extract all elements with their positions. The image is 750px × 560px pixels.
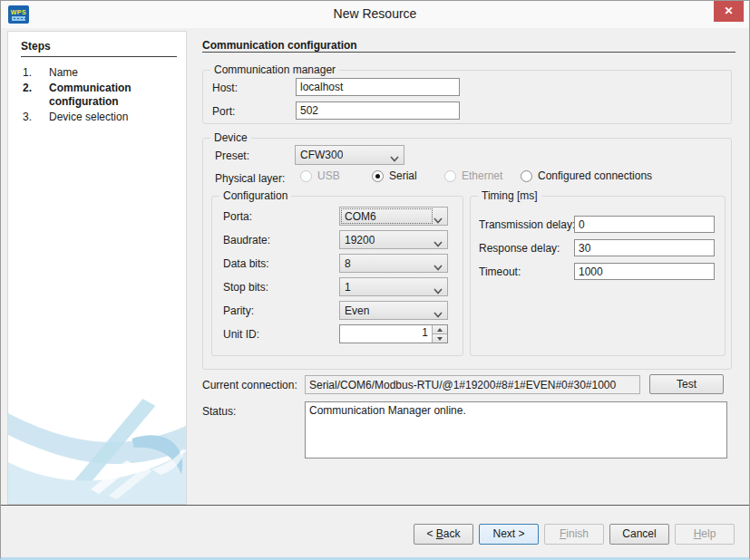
- radio-circle-icon: [444, 170, 456, 182]
- chevron-down-icon: [433, 214, 443, 220]
- data-bits-label: Data bits:: [223, 257, 269, 270]
- titlebar[interactable]: WPS New Resource: [1, 1, 749, 28]
- radio-label: USB: [317, 169, 340, 182]
- radio-circle-icon: [372, 170, 384, 182]
- chevron-down-icon: [433, 237, 443, 244]
- group-label: Communication manager: [210, 63, 339, 76]
- stop-bits-select[interactable]: 1: [339, 277, 448, 296]
- steps-panel: Steps 1. Name 2. Communication configura…: [7, 31, 187, 505]
- finish-button: Finish: [544, 524, 604, 545]
- port-label: Port:: [212, 105, 235, 118]
- response-delay-label: Response delay:: [479, 242, 560, 255]
- stop-bits-label: Stop bits:: [223, 281, 268, 294]
- parity-label: Parity:: [223, 304, 254, 317]
- host-label: Host:: [212, 82, 238, 94]
- porta-value: COM6: [345, 210, 376, 223]
- radio-label: Ethernet: [462, 169, 502, 182]
- chevron-down-icon: [390, 152, 399, 159]
- step-number: 1.: [23, 66, 49, 80]
- back-button[interactable]: < Back: [414, 524, 473, 545]
- step-item-name: 1. Name: [8, 65, 186, 81]
- step-item-device-selection: 3. Device selection: [8, 110, 186, 125]
- timeout-input[interactable]: [574, 263, 715, 280]
- radio-serial[interactable]: Serial: [372, 169, 417, 182]
- porta-label: Porta:: [223, 210, 252, 223]
- footer-divider: [1, 505, 749, 506]
- radio-ethernet: Ethernet: [444, 169, 502, 182]
- physical-layer-label: Physical layer:: [215, 172, 285, 185]
- preset-value: CFW300: [300, 149, 343, 161]
- radio-circle-icon: [300, 170, 312, 182]
- unit-id-label: Unit ID:: [223, 328, 259, 341]
- transmission-delay-input[interactable]: [574, 216, 715, 233]
- close-button[interactable]: ✕: [714, 1, 744, 22]
- step-label: Device selection: [49, 111, 128, 124]
- response-delay-input[interactable]: [574, 239, 715, 256]
- current-connection-field[interactable]: [305, 375, 640, 394]
- steps-title: Steps: [21, 40, 173, 53]
- step-number: 3.: [23, 111, 49, 124]
- radio-label: Configured connections: [538, 169, 652, 182]
- data-bits-value: 8: [345, 257, 351, 270]
- group-label: Configuration: [219, 189, 291, 202]
- status-textarea[interactable]: Communication Manager online.: [305, 401, 727, 459]
- spin-down-icon: [437, 337, 443, 341]
- step-item-communication-configuration: 2. Communication configuration: [8, 81, 186, 110]
- new-resource-dialog: WPS New Resource ✕ Steps 1. Name 2. Comm…: [0, 0, 750, 560]
- spin-up-icon: [437, 328, 443, 332]
- chevron-down-icon: [433, 261, 443, 267]
- chevron-down-icon: [433, 308, 443, 314]
- heading-rule: [202, 52, 735, 53]
- preset-label: Preset:: [215, 150, 249, 162]
- chevron-down-icon: [433, 285, 443, 291]
- current-connection-label: Current connection:: [202, 379, 297, 391]
- host-input[interactable]: [296, 78, 460, 96]
- radio-label: Serial: [389, 169, 417, 182]
- spin-down-button[interactable]: [433, 334, 447, 343]
- test-button[interactable]: Test: [649, 374, 724, 394]
- parity-select[interactable]: Even: [339, 301, 448, 320]
- communication-manager-group: Communication manager: [202, 70, 732, 124]
- window-title: New Resource: [1, 6, 749, 21]
- step-number: 2.: [23, 82, 49, 109]
- group-label: Device: [210, 131, 251, 144]
- cancel-button[interactable]: Cancel: [609, 524, 669, 545]
- unit-id-stepper[interactable]: 1: [339, 324, 448, 343]
- page-title: Communication configuration: [202, 39, 357, 52]
- timeout-label: Timeout:: [479, 266, 521, 278]
- baudrate-value: 19200: [345, 234, 375, 246]
- spin-up-button[interactable]: [433, 325, 447, 334]
- baudrate-select[interactable]: 19200: [339, 230, 448, 249]
- help-button: Help: [675, 524, 735, 545]
- next-button[interactable]: Next >: [479, 524, 539, 545]
- port-input[interactable]: [296, 101, 460, 120]
- steps-divider: [21, 56, 177, 57]
- parity-value: Even: [345, 304, 369, 317]
- radio-circle-icon: [521, 170, 532, 182]
- watermark-swirl: [8, 379, 186, 504]
- transmission-delay-label: Transmission delay:: [479, 218, 575, 231]
- group-label: Timing [ms]: [478, 189, 541, 202]
- preset-select[interactable]: CFW300: [295, 145, 404, 165]
- radio-configured-connections[interactable]: Configured connections: [521, 169, 652, 182]
- status-label: Status:: [202, 405, 236, 418]
- data-bits-select[interactable]: 8: [339, 254, 448, 273]
- porta-select[interactable]: COM6: [339, 207, 448, 226]
- stop-bits-value: 1: [345, 281, 351, 294]
- baudrate-label: Baudrate:: [223, 234, 270, 246]
- radio-usb: USB: [300, 169, 340, 182]
- close-icon: ✕: [724, 5, 733, 17]
- step-label: Communication configuration: [49, 82, 179, 109]
- unit-id-value: 1: [340, 325, 432, 343]
- step-label: Name: [49, 66, 78, 80]
